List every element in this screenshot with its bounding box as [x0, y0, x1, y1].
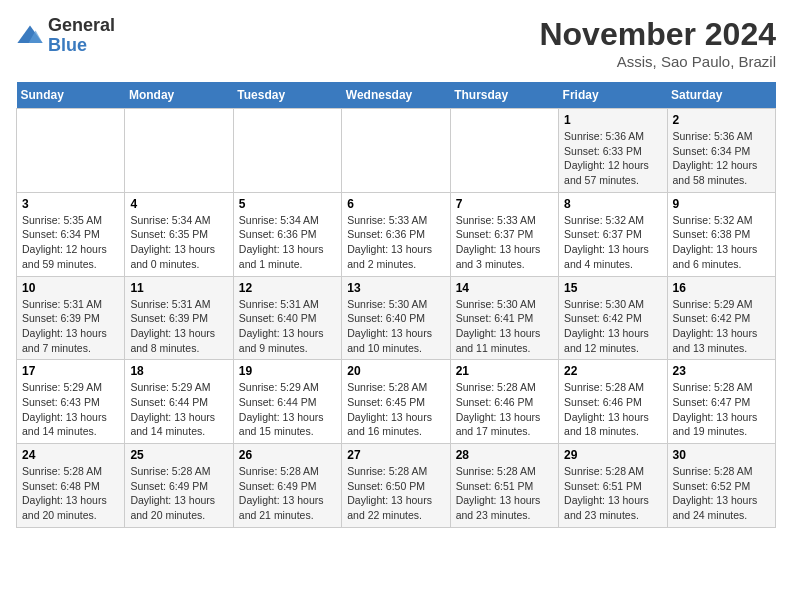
day-info: Sunrise: 5:30 AM Sunset: 6:40 PM Dayligh…	[347, 297, 444, 356]
logo-text: General Blue	[48, 16, 115, 56]
day-info: Sunrise: 5:36 AM Sunset: 6:33 PM Dayligh…	[564, 129, 661, 188]
day-number: 21	[456, 364, 553, 378]
day-number: 29	[564, 448, 661, 462]
calendar-cell: 21Sunrise: 5:28 AM Sunset: 6:46 PM Dayli…	[450, 360, 558, 444]
day-info: Sunrise: 5:28 AM Sunset: 6:46 PM Dayligh…	[456, 380, 553, 439]
day-info: Sunrise: 5:32 AM Sunset: 6:37 PM Dayligh…	[564, 213, 661, 272]
calendar-cell: 11Sunrise: 5:31 AM Sunset: 6:39 PM Dayli…	[125, 276, 233, 360]
weekday-header: Monday	[125, 82, 233, 109]
month-title: November 2024	[539, 16, 776, 53]
calendar-cell: 10Sunrise: 5:31 AM Sunset: 6:39 PM Dayli…	[17, 276, 125, 360]
calendar-cell: 19Sunrise: 5:29 AM Sunset: 6:44 PM Dayli…	[233, 360, 341, 444]
day-info: Sunrise: 5:30 AM Sunset: 6:42 PM Dayligh…	[564, 297, 661, 356]
day-number: 17	[22, 364, 119, 378]
calendar-cell: 9Sunrise: 5:32 AM Sunset: 6:38 PM Daylig…	[667, 192, 775, 276]
title-block: November 2024 Assis, Sao Paulo, Brazil	[539, 16, 776, 70]
calendar-cell: 15Sunrise: 5:30 AM Sunset: 6:42 PM Dayli…	[559, 276, 667, 360]
day-number: 7	[456, 197, 553, 211]
calendar-week-row: 17Sunrise: 5:29 AM Sunset: 6:43 PM Dayli…	[17, 360, 776, 444]
day-info: Sunrise: 5:28 AM Sunset: 6:45 PM Dayligh…	[347, 380, 444, 439]
day-number: 13	[347, 281, 444, 295]
day-info: Sunrise: 5:28 AM Sunset: 6:48 PM Dayligh…	[22, 464, 119, 523]
calendar-cell	[233, 109, 341, 193]
calendar-cell: 8Sunrise: 5:32 AM Sunset: 6:37 PM Daylig…	[559, 192, 667, 276]
calendar-cell: 29Sunrise: 5:28 AM Sunset: 6:51 PM Dayli…	[559, 444, 667, 528]
day-info: Sunrise: 5:28 AM Sunset: 6:49 PM Dayligh…	[130, 464, 227, 523]
day-info: Sunrise: 5:28 AM Sunset: 6:46 PM Dayligh…	[564, 380, 661, 439]
day-number: 9	[673, 197, 770, 211]
calendar-cell	[17, 109, 125, 193]
day-number: 26	[239, 448, 336, 462]
day-info: Sunrise: 5:28 AM Sunset: 6:47 PM Dayligh…	[673, 380, 770, 439]
day-number: 24	[22, 448, 119, 462]
day-info: Sunrise: 5:28 AM Sunset: 6:50 PM Dayligh…	[347, 464, 444, 523]
day-info: Sunrise: 5:34 AM Sunset: 6:36 PM Dayligh…	[239, 213, 336, 272]
weekday-header-row: SundayMondayTuesdayWednesdayThursdayFrid…	[17, 82, 776, 109]
calendar-cell: 4Sunrise: 5:34 AM Sunset: 6:35 PM Daylig…	[125, 192, 233, 276]
day-number: 4	[130, 197, 227, 211]
day-info: Sunrise: 5:31 AM Sunset: 6:40 PM Dayligh…	[239, 297, 336, 356]
day-info: Sunrise: 5:28 AM Sunset: 6:51 PM Dayligh…	[456, 464, 553, 523]
day-number: 5	[239, 197, 336, 211]
calendar-cell: 16Sunrise: 5:29 AM Sunset: 6:42 PM Dayli…	[667, 276, 775, 360]
day-number: 12	[239, 281, 336, 295]
calendar-cell: 28Sunrise: 5:28 AM Sunset: 6:51 PM Dayli…	[450, 444, 558, 528]
day-number: 27	[347, 448, 444, 462]
day-number: 28	[456, 448, 553, 462]
logo-general: General	[48, 16, 115, 36]
weekday-header: Tuesday	[233, 82, 341, 109]
calendar-cell: 25Sunrise: 5:28 AM Sunset: 6:49 PM Dayli…	[125, 444, 233, 528]
day-info: Sunrise: 5:29 AM Sunset: 6:44 PM Dayligh…	[130, 380, 227, 439]
day-info: Sunrise: 5:31 AM Sunset: 6:39 PM Dayligh…	[22, 297, 119, 356]
calendar-cell: 30Sunrise: 5:28 AM Sunset: 6:52 PM Dayli…	[667, 444, 775, 528]
calendar-cell: 14Sunrise: 5:30 AM Sunset: 6:41 PM Dayli…	[450, 276, 558, 360]
day-info: Sunrise: 5:30 AM Sunset: 6:41 PM Dayligh…	[456, 297, 553, 356]
calendar-cell: 24Sunrise: 5:28 AM Sunset: 6:48 PM Dayli…	[17, 444, 125, 528]
calendar-cell: 2Sunrise: 5:36 AM Sunset: 6:34 PM Daylig…	[667, 109, 775, 193]
day-number: 10	[22, 281, 119, 295]
calendar-cell: 12Sunrise: 5:31 AM Sunset: 6:40 PM Dayli…	[233, 276, 341, 360]
calendar-week-row: 10Sunrise: 5:31 AM Sunset: 6:39 PM Dayli…	[17, 276, 776, 360]
logo-blue: Blue	[48, 36, 115, 56]
day-number: 20	[347, 364, 444, 378]
day-number: 16	[673, 281, 770, 295]
calendar-week-row: 24Sunrise: 5:28 AM Sunset: 6:48 PM Dayli…	[17, 444, 776, 528]
calendar-cell: 17Sunrise: 5:29 AM Sunset: 6:43 PM Dayli…	[17, 360, 125, 444]
day-info: Sunrise: 5:32 AM Sunset: 6:38 PM Dayligh…	[673, 213, 770, 272]
day-number: 11	[130, 281, 227, 295]
day-number: 8	[564, 197, 661, 211]
calendar-cell: 27Sunrise: 5:28 AM Sunset: 6:50 PM Dayli…	[342, 444, 450, 528]
calendar-cell	[125, 109, 233, 193]
calendar-cell: 22Sunrise: 5:28 AM Sunset: 6:46 PM Dayli…	[559, 360, 667, 444]
day-info: Sunrise: 5:29 AM Sunset: 6:44 PM Dayligh…	[239, 380, 336, 439]
location: Assis, Sao Paulo, Brazil	[539, 53, 776, 70]
calendar-cell: 3Sunrise: 5:35 AM Sunset: 6:34 PM Daylig…	[17, 192, 125, 276]
calendar-cell: 26Sunrise: 5:28 AM Sunset: 6:49 PM Dayli…	[233, 444, 341, 528]
day-info: Sunrise: 5:36 AM Sunset: 6:34 PM Dayligh…	[673, 129, 770, 188]
day-number: 19	[239, 364, 336, 378]
day-number: 25	[130, 448, 227, 462]
calendar-cell	[450, 109, 558, 193]
day-number: 22	[564, 364, 661, 378]
day-number: 2	[673, 113, 770, 127]
calendar-week-row: 1Sunrise: 5:36 AM Sunset: 6:33 PM Daylig…	[17, 109, 776, 193]
calendar-cell: 18Sunrise: 5:29 AM Sunset: 6:44 PM Dayli…	[125, 360, 233, 444]
logo-icon	[16, 22, 44, 50]
day-number: 14	[456, 281, 553, 295]
day-info: Sunrise: 5:28 AM Sunset: 6:51 PM Dayligh…	[564, 464, 661, 523]
calendar-cell: 20Sunrise: 5:28 AM Sunset: 6:45 PM Dayli…	[342, 360, 450, 444]
day-number: 6	[347, 197, 444, 211]
calendar-cell: 7Sunrise: 5:33 AM Sunset: 6:37 PM Daylig…	[450, 192, 558, 276]
page-header: General Blue November 2024 Assis, Sao Pa…	[16, 16, 776, 70]
day-number: 30	[673, 448, 770, 462]
day-info: Sunrise: 5:28 AM Sunset: 6:49 PM Dayligh…	[239, 464, 336, 523]
weekday-header: Thursday	[450, 82, 558, 109]
day-info: Sunrise: 5:29 AM Sunset: 6:42 PM Dayligh…	[673, 297, 770, 356]
day-info: Sunrise: 5:33 AM Sunset: 6:37 PM Dayligh…	[456, 213, 553, 272]
day-info: Sunrise: 5:29 AM Sunset: 6:43 PM Dayligh…	[22, 380, 119, 439]
calendar-cell: 5Sunrise: 5:34 AM Sunset: 6:36 PM Daylig…	[233, 192, 341, 276]
weekday-header: Friday	[559, 82, 667, 109]
weekday-header: Saturday	[667, 82, 775, 109]
calendar-cell: 6Sunrise: 5:33 AM Sunset: 6:36 PM Daylig…	[342, 192, 450, 276]
day-number: 18	[130, 364, 227, 378]
